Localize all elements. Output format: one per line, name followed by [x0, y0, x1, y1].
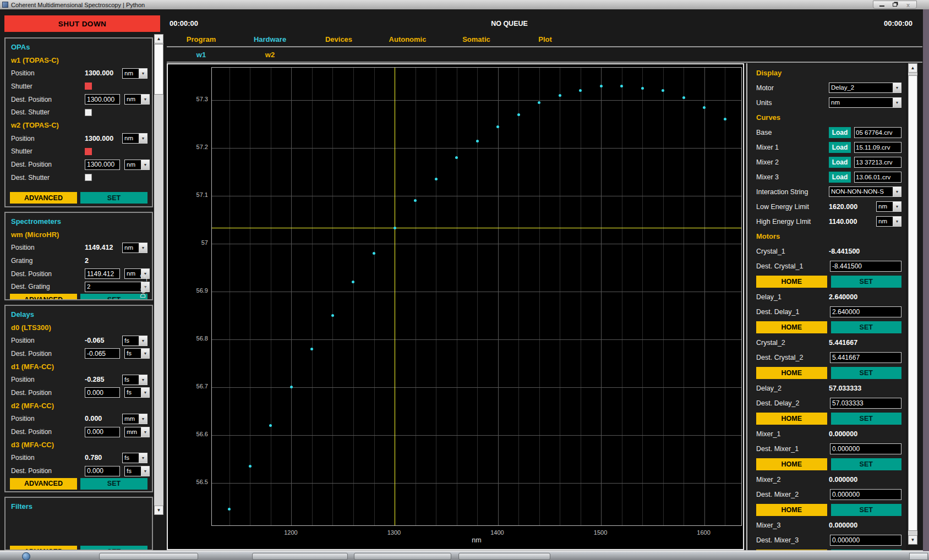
curve-file-field[interactable]: [854, 172, 901, 183]
chevron-down-icon: ▼: [893, 187, 901, 196]
units-dropdown[interactable]: fs▼: [122, 336, 147, 346]
tab-program[interactable]: Program: [167, 34, 236, 45]
dest-units-dropdown[interactable]: nm▼: [124, 160, 150, 170]
tab-somatic[interactable]: Somatic: [442, 34, 511, 45]
motor-set-button[interactable]: SET: [831, 367, 902, 379]
taskbar-app-button[interactable]: [354, 553, 451, 560]
chevron-down-icon: ▼: [139, 69, 147, 78]
right-panel-scrollbar[interactable]: ▲ ▼: [908, 63, 917, 545]
units-dropdown[interactable]: fs▼: [122, 453, 147, 463]
units-dropdown[interactable]: mm▼: [122, 414, 147, 424]
units-dropdown[interactable]: fs▼: [122, 375, 147, 385]
motor-home-button[interactable]: HOME: [756, 504, 827, 516]
curve-file-field[interactable]: [854, 142, 901, 153]
motor-dest-input[interactable]: [830, 535, 901, 546]
motor-set-button[interactable]: SET: [831, 413, 902, 425]
tab-plot[interactable]: Plot: [511, 34, 580, 45]
delays-header: Delays: [11, 310, 34, 319]
motor-home-button[interactable]: HOME: [756, 367, 827, 379]
dest-position-input[interactable]: [85, 160, 120, 170]
taskbar-app-button[interactable]: [458, 553, 550, 560]
dest-position-input[interactable]: [85, 268, 120, 279]
right-panel-scrollbar-thumb[interactable]: [908, 75, 917, 531]
motor-home-button[interactable]: HOME: [756, 413, 827, 425]
tab-devices[interactable]: Devices: [304, 34, 373, 45]
motor-dest-input[interactable]: [830, 398, 901, 409]
scroll-down-icon[interactable]: ▼: [908, 535, 917, 545]
sidebar-scrollbar-thumb[interactable]: [154, 44, 163, 95]
interaction-string-dropdown[interactable]: NON-NON-NON-S▼: [829, 186, 901, 197]
start-orb-icon[interactable]: [22, 552, 30, 560]
dest-position-input[interactable]: [85, 427, 120, 437]
tab-autonomic[interactable]: Autonomic: [373, 34, 442, 45]
taskbar-tray[interactable]: [909, 553, 928, 560]
load-curve-button[interactable]: Load: [829, 142, 851, 153]
position-label: Position: [11, 244, 85, 251]
motor-set-button[interactable]: SET: [831, 276, 902, 288]
gridline: [601, 68, 602, 526]
motor-dropdown[interactable]: Delay_2▼: [829, 83, 901, 93]
tab-w1[interactable]: w1: [167, 49, 236, 61]
motor-set-button[interactable]: SET: [831, 321, 902, 333]
units-dropdown[interactable]: nm▼: [122, 68, 147, 79]
dest-units-dropdown[interactable]: fs▼: [124, 466, 150, 476]
delays-advanced-button[interactable]: ADVANCED: [10, 478, 77, 490]
motor-home-button[interactable]: HOME: [756, 276, 827, 288]
spectrometers-set-button[interactable]: SET: [80, 294, 147, 300]
gridline: [622, 68, 622, 526]
data-point: [228, 508, 231, 510]
opas-set-button[interactable]: SET: [80, 192, 147, 204]
low-energy-units-dropdown[interactable]: nm▼: [876, 201, 901, 212]
motor-dest-input[interactable]: [830, 306, 901, 317]
scroll-up-icon[interactable]: ▲: [154, 34, 163, 43]
sidebar-scrollbar[interactable]: ▲ ▼: [154, 34, 163, 515]
delays-set-button[interactable]: SET: [80, 478, 147, 490]
minimize-button[interactable]: [876, 2, 888, 8]
load-curve-button[interactable]: Load: [829, 157, 851, 168]
high-energy-units-dropdown[interactable]: nm▼: [876, 216, 901, 227]
dest-units-dropdown[interactable]: mm▼: [124, 427, 150, 437]
taskbar-app-button[interactable]: [99, 553, 198, 560]
dest-position-input[interactable]: [85, 387, 120, 398]
curve-file-field[interactable]: [854, 157, 901, 168]
display-units-dropdown[interactable]: nm▼: [829, 97, 901, 108]
dest-shutter-checkbox[interactable]: [85, 174, 92, 181]
motor-dest-input[interactable]: [830, 261, 901, 272]
curve-file-field[interactable]: [854, 127, 901, 138]
scroll-down-icon[interactable]: ▼: [154, 506, 163, 515]
units-dropdown[interactable]: nm▼: [122, 243, 147, 253]
dest-units-dropdown[interactable]: fs▼: [124, 348, 150, 359]
y-tick-label: 56.7: [179, 383, 208, 389]
motor-dest-input[interactable]: [830, 352, 901, 363]
tab-w2[interactable]: w2: [236, 49, 304, 61]
close-button[interactable]: x: [902, 2, 914, 8]
motor-set-button[interactable]: SET: [831, 504, 902, 516]
units-dropdown[interactable]: nm▼: [122, 133, 147, 144]
taskbar[interactable]: [0, 551, 929, 560]
tab-underline: [167, 46, 922, 47]
maximize-button[interactable]: [889, 2, 901, 8]
load-curve-button[interactable]: Load: [829, 127, 851, 138]
dest-position-input[interactable]: [85, 94, 120, 105]
shutter-indicator: [85, 148, 92, 155]
motor-dest-input[interactable]: [830, 489, 901, 500]
motor-home-button[interactable]: HOME: [756, 458, 827, 470]
dest-units-dropdown[interactable]: fs▼: [124, 387, 150, 398]
opa-name: w1 (TOPAS-C): [11, 56, 59, 64]
load-curve-button[interactable]: Load: [829, 172, 851, 183]
dest-units-dropdown[interactable]: nm▼: [124, 94, 150, 105]
gridline: [291, 68, 292, 526]
motor-home-button[interactable]: HOME: [756, 321, 827, 333]
dest-position-input[interactable]: [85, 348, 120, 359]
motor-set-button[interactable]: SET: [831, 458, 902, 470]
shutdown-button[interactable]: SHUT DOWN: [4, 15, 160, 32]
taskbar-app-button[interactable]: [252, 553, 348, 560]
tab-hardware[interactable]: Hardware: [236, 34, 304, 45]
plot-axes[interactable]: [211, 67, 742, 526]
dest-shutter-checkbox[interactable]: [85, 109, 92, 116]
motor-dest-input[interactable]: [830, 443, 901, 454]
spectrometers-advanced-button[interactable]: ADVANCED: [10, 294, 77, 300]
dest-position-input[interactable]: [85, 466, 120, 476]
opas-advanced-button[interactable]: ADVANCED: [10, 192, 77, 204]
scroll-up-icon[interactable]: ▲: [908, 63, 917, 73]
